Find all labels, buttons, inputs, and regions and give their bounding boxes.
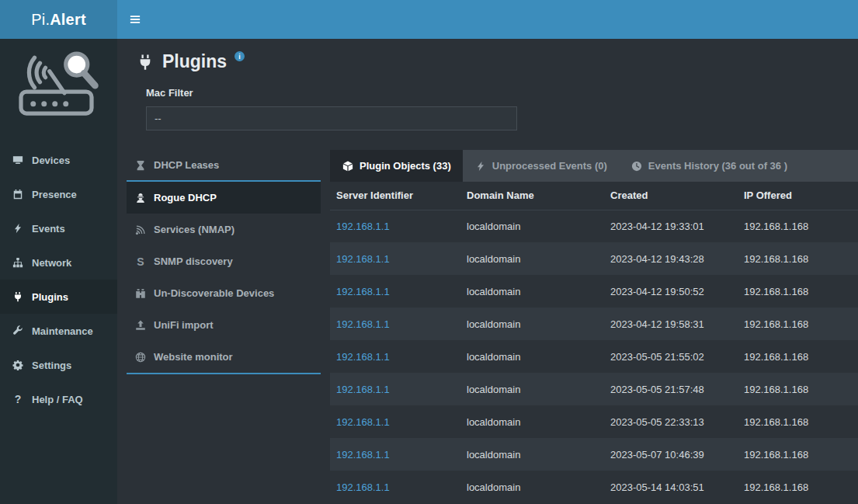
- server-identifier-link[interactable]: 192.168.1.1: [336, 286, 390, 297]
- clock-icon: [630, 160, 643, 172]
- table-row: 192.168.1.1localdomain2023-04-12 19:58:3…: [330, 308, 858, 340]
- tab-label: Plugin Objects (33): [360, 160, 451, 172]
- topbar: Pi.Alert: [0, 0, 858, 39]
- cell-domain-name: localdomain: [460, 242, 604, 275]
- brand-logo[interactable]: Pi.Alert: [0, 0, 117, 39]
- sidebar-item-label: Devices: [32, 155, 70, 166]
- sidebar: DevicesPresenceEventsNetworkPluginsMaint…: [0, 39, 117, 504]
- sidebar-item-label: Network: [32, 257, 71, 269]
- plug-icon: [12, 290, 24, 303]
- hamburger-icon: [129, 13, 141, 26]
- signal-icon: [134, 224, 147, 236]
- sidebar-item-label: Events: [32, 223, 65, 235]
- sidebar-item-label: Settings: [32, 360, 71, 371]
- column-header-ip-offered: IP Offered: [738, 182, 858, 210]
- pialert-logo-image: [14, 48, 104, 124]
- cell-domain-name: localdomain: [460, 438, 604, 471]
- tab-label: Unprocessed Events (0): [492, 160, 607, 172]
- cell-server-identifier: 192.168.1.1: [330, 373, 460, 405]
- cell-ip-offered: 192.168.1.168: [738, 471, 858, 503]
- hourglass-icon: [134, 159, 147, 172]
- server-identifier-link[interactable]: 192.168.1.1: [336, 416, 390, 428]
- gear-icon: [12, 359, 24, 371]
- sidebar-item-plugins[interactable]: Plugins: [0, 280, 117, 314]
- cell-server-identifier: 192.168.1.1: [330, 242, 460, 275]
- mac-filter-select[interactable]: --: [146, 106, 517, 130]
- column-header-created: Created: [604, 182, 738, 210]
- tab-plugin-objects-33[interactable]: Plugin Objects (33): [330, 150, 463, 182]
- tab-events-history-36-out-of-36[interactable]: Events History (36 out of 36 ): [619, 150, 799, 182]
- column-header-server-identifier: Server Identifier: [330, 182, 460, 210]
- table-row: 192.168.1.1localdomain2023-05-05 22:33:1…: [330, 405, 858, 438]
- server-identifier-link[interactable]: 192.168.1.1: [336, 253, 390, 265]
- table-row: 192.168.1.1localdomain2023-04-12 19:50:5…: [330, 275, 858, 308]
- sidebar-item-label: Maintenance: [32, 325, 93, 337]
- server-identifier-link[interactable]: 192.168.1.1: [336, 221, 390, 232]
- table-area: Plugin Objects (33)Unprocessed Events (0…: [330, 150, 858, 503]
- table-row: 192.168.1.1localdomain2023-04-12 19:43:2…: [330, 242, 858, 275]
- globe-icon: [134, 351, 147, 363]
- table-row: 192.168.1.1localdomain2023-05-05 21:55:0…: [330, 340, 858, 373]
- sidebar-item-help-faq[interactable]: ?Help / FAQ: [0, 382, 117, 416]
- cell-ip-offered: 192.168.1.168: [738, 242, 858, 275]
- plugin-nav-item-label: DHCP Leases: [154, 159, 219, 171]
- cell-created: 2023-05-14 14:03:51: [604, 471, 738, 503]
- cell-created: 2023-04-12 19:58:31: [604, 308, 738, 340]
- sidebar-item-network[interactable]: Network: [0, 245, 117, 280]
- plugin-nav-item-services-nmap[interactable]: Services (NMAP): [127, 214, 321, 245]
- cell-created: 2023-05-05 22:33:13: [604, 405, 738, 438]
- plugin-nav-item-unifi-import[interactable]: UniFi import: [127, 309, 321, 341]
- cell-domain-name: localdomain: [460, 308, 604, 340]
- sidebar-item-events[interactable]: Events: [0, 211, 117, 245]
- cell-created: 2023-05-05 21:57:48: [604, 373, 738, 405]
- mac-filter-label: Mac Filter: [146, 87, 858, 99]
- cell-domain-name: localdomain: [460, 210, 604, 242]
- server-identifier-link[interactable]: 192.168.1.1: [336, 384, 390, 395]
- cell-server-identifier: 192.168.1.1: [330, 471, 460, 503]
- plugin-nav-item-label: Un-Discoverable Devices: [154, 287, 274, 299]
- tab-unprocessed-events-0[interactable]: Unprocessed Events (0): [463, 150, 619, 182]
- cell-ip-offered: 192.168.1.168: [738, 405, 858, 438]
- sitemap-icon: [12, 256, 24, 269]
- mac-filter: Mac Filter --: [146, 87, 858, 130]
- brand-prefix: Pi.: [31, 11, 50, 29]
- sidebar-toggle-button[interactable]: [117, 0, 153, 39]
- column-header-domain-name: Domain Name: [460, 182, 604, 210]
- cell-server-identifier: 192.168.1.1: [330, 308, 460, 340]
- plugin-nav-item-snmp-discovery[interactable]: SSNMP discovery: [127, 245, 321, 277]
- sidebar-item-presence[interactable]: Presence: [0, 177, 117, 211]
- table-header-row: Server IdentifierDomain NameCreatedIP Of…: [330, 182, 858, 210]
- cell-created: 2023-05-05 21:55:02: [604, 340, 738, 373]
- plugin-nav-item-label: Rogue DHCP: [154, 192, 217, 203]
- info-badge[interactable]: i: [234, 51, 245, 61]
- wrench-icon: [12, 325, 24, 337]
- plugin-nav-item-un-discoverable-devices[interactable]: Un-Discoverable Devices: [127, 277, 321, 309]
- question-icon: ?: [12, 393, 24, 405]
- server-identifier-link[interactable]: 192.168.1.1: [336, 449, 390, 461]
- cell-domain-name: localdomain: [460, 340, 604, 373]
- cell-ip-offered: 192.168.1.168: [738, 340, 858, 373]
- cell-server-identifier: 192.168.1.1: [330, 275, 460, 308]
- cell-domain-name: localdomain: [460, 275, 604, 308]
- plug-icon: [136, 53, 155, 71]
- server-identifier-link[interactable]: 192.168.1.1: [336, 351, 390, 363]
- cell-server-identifier: 192.168.1.1: [330, 405, 460, 438]
- sidebar-item-devices[interactable]: Devices: [0, 143, 117, 177]
- server-identifier-link[interactable]: 192.168.1.1: [336, 318, 390, 330]
- sidebar-item-maintenance[interactable]: Maintenance: [0, 314, 117, 348]
- plugin-nav-item-label: Website monitor: [154, 351, 233, 363]
- plugin-nav: DHCP LeasesRogue DHCPServices (NMAP)SSNM…: [127, 150, 321, 374]
- cell-server-identifier: 192.168.1.1: [330, 438, 460, 471]
- page-title: Plugins: [162, 50, 227, 73]
- table-row: 192.168.1.1localdomain2023-05-07 10:46:3…: [330, 438, 858, 471]
- plugin-nav-item-rogue-dhcp[interactable]: Rogue DHCP: [127, 182, 321, 214]
- cube-icon: [342, 160, 354, 172]
- plugin-nav-item-website-monitor[interactable]: Website monitor: [127, 341, 321, 373]
- cell-server-identifier: 192.168.1.1: [330, 210, 460, 242]
- cell-ip-offered: 192.168.1.168: [738, 275, 858, 308]
- server-identifier-link[interactable]: 192.168.1.1: [336, 481, 390, 493]
- cell-ip-offered: 192.168.1.168: [738, 438, 858, 471]
- bolt-icon: [474, 160, 487, 172]
- sidebar-item-settings[interactable]: Settings: [0, 348, 117, 382]
- plugin-nav-item-dhcp-leases[interactable]: DHCP Leases: [127, 150, 321, 182]
